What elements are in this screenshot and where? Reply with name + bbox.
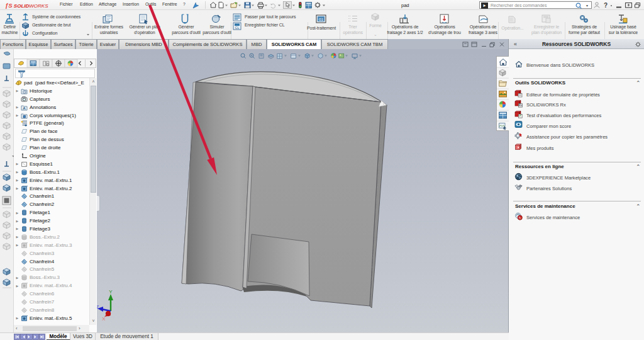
svg-text:Y: Y	[109, 289, 113, 295]
svg-text:Z: Z	[97, 304, 99, 310]
svg-text:G1: G1	[319, 18, 323, 21]
svg-text:X: X	[102, 316, 106, 322]
svg-text:Rx: Rx	[519, 104, 523, 107]
svg-text:↻: ↻	[519, 216, 521, 220]
svg-text:?: ?	[604, 2, 608, 9]
